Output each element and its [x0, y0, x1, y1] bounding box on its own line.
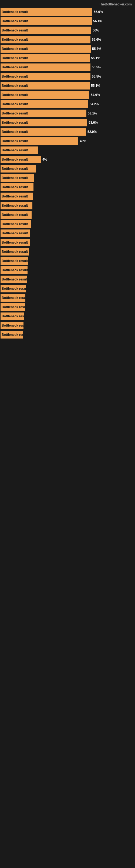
list-item: Bottleneck result — [0, 330, 135, 339]
bar-value: 55.1% — [91, 56, 100, 60]
bar-label: Bottleneck result — [2, 29, 28, 32]
bar-label: Bottleneck result — [2, 231, 28, 235]
bar-label: Bottleneck result — [2, 287, 28, 290]
bar-label: Bottleneck result — [2, 323, 28, 328]
list-item: Bottleneck result55.5% — [0, 72, 135, 81]
list-item: Bottleneck result48% — [0, 136, 135, 146]
bar-value: 48% — [80, 139, 86, 143]
list-item: Bottleneck result4% — [0, 155, 135, 164]
list-item: Bottleneck result55.5% — [0, 63, 135, 72]
bar-label: Bottleneck result — [2, 38, 28, 41]
bar-label: Bottleneck result — [2, 278, 28, 281]
list-item: Bottleneck result55.1% — [0, 81, 135, 90]
bar-label: Bottleneck result — [2, 204, 28, 208]
list-item: Bottleneck result54.2% — [0, 99, 135, 109]
list-item: Bottleneck result52.9% — [0, 127, 135, 136]
bar-value: 54.9% — [91, 93, 100, 97]
bar-label: Bottleneck result — [2, 84, 28, 88]
bar-value: 56% — [93, 29, 99, 32]
list-item: Bottleneck result — [0, 164, 135, 173]
list-item: Bottleneck result56.6% — [0, 7, 135, 17]
bar-label: Bottleneck result — [2, 176, 28, 180]
list-item: Bottleneck result — [0, 275, 135, 284]
bar-value: 55.1% — [91, 84, 100, 88]
list-item: Bottleneck result — [0, 173, 135, 183]
bar-value: 4% — [42, 158, 47, 161]
bar-label: Bottleneck result — [2, 102, 28, 106]
site-title: TheBottlenecker.com — [99, 2, 132, 6]
bar-label: Bottleneck result — [2, 148, 28, 152]
bar-label: Bottleneck result — [2, 56, 28, 60]
bar-label: Bottleneck result — [2, 333, 28, 337]
list-item: Bottleneck result55.6% — [0, 35, 135, 44]
bar-value: 55.5% — [92, 65, 101, 69]
bar-label: Bottleneck result — [2, 194, 28, 198]
bar-label: Bottleneck result — [2, 10, 28, 14]
list-item: Bottleneck result — [0, 247, 135, 256]
list-item: Bottleneck result — [0, 238, 135, 247]
bar-label: Bottleneck result — [2, 74, 28, 79]
bar-value: 53.1% — [88, 112, 97, 115]
list-item: Bottleneck result53.1% — [0, 109, 135, 118]
list-item: Bottleneck result56.4% — [0, 17, 135, 26]
bar-label: Bottleneck result — [2, 93, 28, 97]
bar-label: Bottleneck result — [2, 65, 28, 69]
bar-label: Bottleneck result — [2, 250, 28, 254]
bar-value: 56.4% — [93, 19, 102, 23]
bar-value: 55.6% — [92, 38, 101, 41]
list-item: Bottleneck result54.9% — [0, 90, 135, 99]
bar-label: Bottleneck result — [2, 222, 28, 226]
list-item: Bottleneck result56% — [0, 26, 135, 35]
list-item: Bottleneck result — [0, 229, 135, 238]
list-item: Bottleneck result53.6% — [0, 118, 135, 127]
list-item: Bottleneck result — [0, 266, 135, 275]
list-item: Bottleneck result55.1% — [0, 54, 135, 63]
bar-label: Bottleneck result — [2, 47, 28, 51]
list-item: Bottleneck result — [0, 303, 135, 312]
bar-label: Bottleneck result — [2, 19, 28, 23]
bar-value: 56.6% — [94, 10, 103, 14]
list-item: Bottleneck result55.7% — [0, 44, 135, 54]
list-item: Bottleneck result — [0, 210, 135, 219]
header: TheBottlenecker.com — [0, 0, 135, 7]
bar-value: 52.9% — [87, 130, 97, 134]
bar-value: 54.2% — [90, 102, 99, 106]
bar-value: 55.7% — [92, 47, 101, 51]
bar-label: Bottleneck result — [2, 314, 28, 318]
list-item: Bottleneck result — [0, 201, 135, 210]
bar-label: Bottleneck result — [2, 305, 28, 309]
bar-label: Bottleneck result — [2, 139, 28, 143]
bar-label: Bottleneck result — [2, 259, 28, 263]
list-item: Bottleneck result — [0, 256, 135, 266]
bar-label: Bottleneck result — [2, 167, 28, 170]
bar-label: Bottleneck result — [2, 268, 28, 272]
bar-label: Bottleneck result — [2, 241, 28, 244]
list-item: Bottleneck result — [0, 312, 135, 321]
bar-label: Bottleneck result — [2, 112, 28, 115]
bar-label: Bottleneck result — [2, 121, 28, 124]
bar-label: Bottleneck result — [2, 213, 28, 217]
list-item: Bottleneck result — [0, 146, 135, 155]
bar-value: 55.5% — [92, 74, 101, 79]
list-item: Bottleneck result — [0, 293, 135, 303]
list-item: Bottleneck result — [0, 284, 135, 293]
list-item: Bottleneck result — [0, 183, 135, 192]
list-item: Bottleneck result — [0, 321, 135, 330]
list-item: Bottleneck result — [0, 219, 135, 229]
bar-label: Bottleneck result — [2, 130, 28, 134]
bar-chart: Bottleneck result56.6%Bottleneck result5… — [0, 7, 135, 339]
list-item: Bottleneck result — [0, 192, 135, 201]
bar-label: Bottleneck result — [2, 185, 28, 189]
bar-value: 53.6% — [89, 121, 98, 124]
bar-label: Bottleneck result — [2, 296, 28, 300]
bar-label: Bottleneck result — [2, 158, 28, 161]
